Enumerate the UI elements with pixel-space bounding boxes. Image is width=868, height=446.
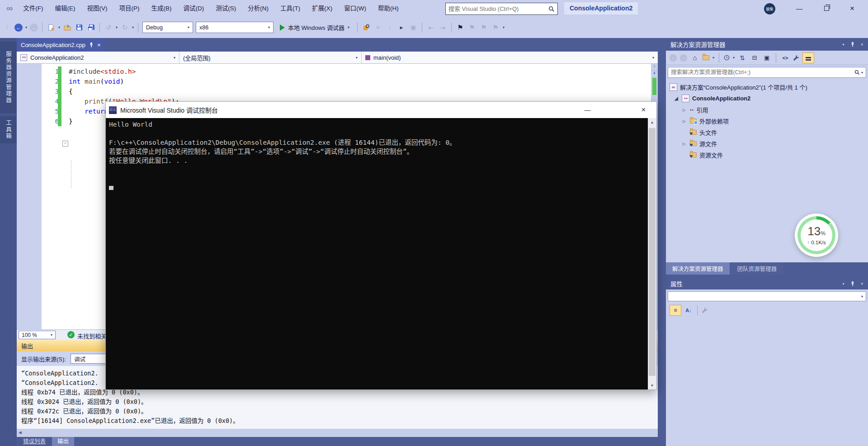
selection-pointer-icon[interactable]: ▸ xyxy=(397,23,406,32)
console-maximize-button[interactable] xyxy=(605,104,626,116)
clear-bookmarks-icon[interactable]: ⚑ xyxy=(491,23,500,32)
scope-dropdown[interactable]: (全局范围) ▾ xyxy=(179,52,362,63)
tab-output[interactable]: 输出 xyxy=(52,437,74,446)
se-forward-button[interactable]: → xyxy=(680,54,687,62)
pin-icon[interactable] xyxy=(850,281,855,286)
tab-solution-explorer[interactable]: 解决方案资源管理器 xyxy=(666,262,730,275)
se-search-box[interactable]: ▾ xyxy=(668,67,866,78)
new-file-dropdown[interactable]: ▾ xyxy=(58,25,60,29)
se-search-input[interactable] xyxy=(668,69,854,76)
redo-dropdown[interactable]: ▾ xyxy=(132,25,134,29)
search-icon[interactable] xyxy=(548,6,557,12)
new-file-button[interactable] xyxy=(47,23,56,32)
redo-button[interactable]: ↻ xyxy=(120,23,129,32)
attach-to-process-icon[interactable] xyxy=(362,23,371,32)
menu-file[interactable]: 文件(F) xyxy=(17,0,49,17)
bookmark-dropdown[interactable]: ▾ xyxy=(503,25,505,29)
search-icon[interactable] xyxy=(854,70,861,75)
menu-build[interactable]: 生成(B) xyxy=(146,0,178,17)
code-line[interactable]: { xyxy=(69,86,179,96)
pending-changes-icon[interactable] xyxy=(724,55,730,61)
window-menu-caret-icon[interactable]: ▾ xyxy=(843,43,844,47)
collapsed-arrow-icon[interactable]: ▷ xyxy=(683,108,687,112)
solution-platform-combo[interactable]: x86 ▾ xyxy=(196,22,274,33)
menu-edit[interactable]: 编辑(E) xyxy=(49,0,81,17)
menu-debug[interactable]: 调试(D) xyxy=(178,0,210,17)
collapsed-arrow-icon[interactable]: ▷ xyxy=(683,119,687,123)
properties-object-combo[interactable]: ▾ xyxy=(668,291,866,301)
close-icon[interactable]: × xyxy=(861,281,863,286)
close-tab-icon[interactable]: × xyxy=(97,42,101,48)
pin-icon[interactable] xyxy=(850,42,855,47)
solution-explorer-title-bar[interactable]: 解决方案资源管理器 ▾ × xyxy=(666,38,868,51)
tree-row-solution[interactable]: ∞ 解决方案“ConsoleApplication2”(1 个项目/共 1 个) xyxy=(670,81,807,93)
undo-button[interactable]: ↺ xyxy=(104,23,113,32)
pending-changes-caret-icon[interactable]: ▾ xyxy=(733,56,735,60)
tree-row-header-files[interactable]: 头文件 xyxy=(683,127,717,138)
navigate-back-button[interactable]: ← xyxy=(14,24,23,32)
sidebar-tab-server-explorer[interactable]: 服务器资源管理器 xyxy=(0,42,17,113)
editor-zoom-combo[interactable]: 100 % ▾ xyxy=(19,331,56,339)
menu-extensions[interactable]: 扩展(X) xyxy=(306,0,338,17)
scroll-up-icon[interactable]: ▲ xyxy=(651,71,658,74)
close-icon[interactable]: × xyxy=(861,42,863,47)
undo-dropdown[interactable]: ▾ xyxy=(116,25,118,29)
menu-view[interactable]: 视图(V) xyxy=(81,0,113,17)
properties-title-bar[interactable]: 属性 ▾ × xyxy=(666,277,868,290)
panel-splitter[interactable] xyxy=(658,38,666,446)
breakpoint-margin[interactable] xyxy=(17,64,42,329)
console-scrollbar[interactable]: ▲ ▼ xyxy=(648,118,656,389)
member-dropdown[interactable]: main(void) ▾ xyxy=(362,52,658,63)
console-scroll-down-icon[interactable]: ▼ xyxy=(648,381,656,389)
save-button[interactable] xyxy=(75,23,84,32)
console-scroll-thumb[interactable] xyxy=(649,128,656,376)
open-file-button[interactable] xyxy=(63,23,72,32)
collapse-all-icon[interactable]: ⊟ xyxy=(750,53,759,62)
collapsed-arrow-icon[interactable]: ▷ xyxy=(683,142,687,146)
navigate-forward-button[interactable]: → xyxy=(30,24,38,32)
menu-project[interactable]: 项目(P) xyxy=(113,0,146,17)
document-tab[interactable]: ConsoleApplication2.cpp × xyxy=(17,38,104,52)
quick-search-box[interactable] xyxy=(445,3,558,15)
se-back-button[interactable]: ← xyxy=(670,54,677,62)
alphabetical-sort-icon[interactable]: A↓ xyxy=(684,306,693,315)
save-all-button[interactable] xyxy=(86,23,95,32)
properties-wrench-icon[interactable] xyxy=(793,55,799,61)
window-menu-caret-icon[interactable]: ▾ xyxy=(843,282,844,286)
menu-analyze[interactable]: 分析(N) xyxy=(242,0,274,17)
console-title-bar[interactable]: C:\ Microsoft Visual Studio 调试控制台 xyxy=(106,102,656,118)
menu-tools[interactable]: 工具(T) xyxy=(274,0,306,17)
tree-row-source-files[interactable]: ▷ 源文件 xyxy=(683,138,717,149)
pin-icon[interactable] xyxy=(89,43,94,47)
start-debugging-button[interactable]: 本地 Windows 调试器 ▾ xyxy=(276,21,353,34)
toggle-bookmark-icon[interactable]: ⚑ xyxy=(456,23,465,32)
categorized-button[interactable]: ≡ xyxy=(670,305,681,316)
scrollbar-split-handle[interactable]: ↕ xyxy=(651,64,658,71)
tab-error-list[interactable]: 错误列表 xyxy=(18,437,51,446)
download-progress-widget[interactable]: 13% ↑ 0.1K/s xyxy=(795,214,838,257)
output-horizontal-scrollbar[interactable]: ◀ xyxy=(17,429,658,437)
code-line[interactable]: #include<stdio.h> xyxy=(69,66,179,76)
expanded-arrow-icon[interactable]: ◢ xyxy=(675,96,679,101)
debug-console-window[interactable]: C:\ Microsoft Visual Studio 调试控制台 — × He… xyxy=(105,101,657,390)
menu-test[interactable]: 测试(S) xyxy=(210,0,242,17)
tree-row-references[interactable]: ▷ ▪▪ 引用 xyxy=(683,104,708,115)
scroll-left-icon[interactable]: ◀ xyxy=(19,430,22,435)
show-all-files-button[interactable] xyxy=(802,52,814,63)
view-code-icon[interactable]: <> xyxy=(781,53,790,62)
console-output[interactable]: Hello World F:\c++\ConsoleApplication2\D… xyxy=(106,118,656,389)
indent-icon[interactable]: ⇥ xyxy=(438,23,447,32)
tab-team-explorer[interactable]: 团队资源管理器 xyxy=(731,262,783,275)
tree-row-resource-files[interactable]: 资源文件 xyxy=(683,149,723,161)
console-close-button[interactable]: × xyxy=(633,104,654,116)
copy-icon[interactable]: ▣ xyxy=(409,23,418,32)
copy-path-icon[interactable]: ▣ xyxy=(762,53,771,62)
navigate-back-dropdown[interactable]: ▾ xyxy=(25,25,27,29)
menu-window[interactable]: 窗口(W) xyxy=(338,0,372,17)
sidebar-tab-toolbox[interactable]: 工具箱 xyxy=(0,116,17,143)
console-scroll-up-icon[interactable]: ▲ xyxy=(648,118,656,126)
next-bookmark-icon[interactable]: ⚑ xyxy=(479,23,488,32)
hot-reload-icon[interactable]: ≡ xyxy=(373,23,382,32)
home-icon[interactable]: ⌂ xyxy=(690,53,699,62)
switch-views-icon[interactable] xyxy=(703,55,709,60)
